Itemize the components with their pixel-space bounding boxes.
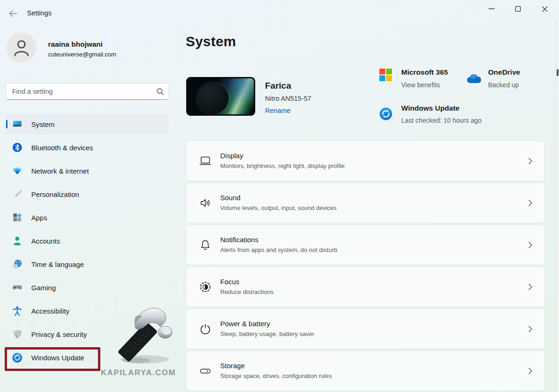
storage-icon [199, 365, 211, 377]
chevron-right-icon [528, 325, 532, 332]
microsoft-365-card[interactable] [379, 69, 392, 81]
settings-row-sound[interactable]: Sound Volume levels, output, input, soun… [186, 182, 545, 223]
maximize-button[interactable] [508, 3, 528, 15]
sidebar-item-bluetooth-devices[interactable]: Bluetooth & devices [6, 137, 169, 158]
device-model: Nitro AN515-57 [265, 95, 311, 102]
settings-row-power-battery[interactable]: Power & battery Sleep, battery usage, ba… [186, 308, 545, 349]
windows-update-status-card[interactable] [379, 107, 392, 122]
person-icon [12, 236, 22, 246]
windows-update-icon [379, 107, 392, 120]
device-wallpaper-thumbnail [186, 77, 255, 116]
microsoft-logo [379, 69, 392, 81]
rename-link[interactable]: Rename [265, 107, 291, 114]
sidebar-item-network-internet[interactable]: Network & internet [6, 161, 169, 181]
scrollbar-track[interactable] [556, 20, 559, 392]
power-icon [199, 323, 211, 335]
chevron-right-icon [528, 367, 532, 374]
settings-row-storage[interactable]: Storage Storage space, drives, configura… [186, 350, 545, 391]
bell-icon [199, 239, 211, 251]
chevron-right-icon [528, 199, 532, 206]
close-button[interactable] [534, 3, 555, 15]
windows-update-status-title: Windows Update [401, 104, 460, 112]
onedrive-cloud-icon [465, 73, 483, 84]
search-input[interactable] [12, 88, 156, 95]
speaker-icon [199, 197, 211, 209]
person-outline-icon [14, 39, 29, 56]
bluetooth-icon [12, 142, 22, 153]
chevron-right-icon [528, 283, 532, 290]
hammer-watermark-image [108, 303, 178, 371]
profile-name: raaina bhojwani [48, 40, 103, 49]
gamepad-icon [12, 282, 22, 293]
chevron-right-icon [528, 157, 532, 164]
sidebar-item-gaming[interactable]: Gaming [6, 277, 169, 298]
sidebar-item-time-language[interactable]: Time & language [6, 254, 169, 274]
accessibility-icon [12, 306, 22, 316]
user-avatar[interactable] [7, 33, 36, 63]
page-title: System [186, 34, 236, 49]
settings-row-focus[interactable]: Focus Reduce distractions [186, 266, 545, 307]
minimize-button[interactable] [481, 3, 502, 15]
sidebar-item-personalization[interactable]: Personalization [6, 184, 169, 204]
onedrive-subtitle: Backed up [488, 81, 519, 89]
paintbrush-icon [12, 189, 22, 199]
globe-clock-icon [12, 259, 22, 269]
selected-accent-bar [6, 120, 7, 128]
onedrive-title: OneDrive [488, 68, 520, 77]
sidebar-item-apps[interactable]: Apps [6, 207, 169, 228]
window-title: Settings [27, 9, 51, 17]
planet-image [198, 83, 229, 114]
wifi-icon [12, 166, 22, 176]
apps-grid-icon [12, 212, 22, 223]
search-box[interactable] [6, 83, 169, 100]
focus-icon [199, 281, 211, 293]
search-icon [156, 88, 164, 95]
onedrive-card[interactable] [465, 73, 483, 86]
windows-update-icon [12, 352, 22, 363]
shield-icon [12, 329, 22, 339]
scrollbar-thumb[interactable] [557, 69, 559, 76]
windows-update-status-subtitle: Last checked: 10 hours ago [401, 117, 482, 124]
settings-row-notifications[interactable]: Notifications Alerts from apps and syste… [186, 224, 545, 265]
display-icon [199, 155, 211, 167]
watermark-text: KAPILARYA.COM [101, 368, 176, 378]
back-button[interactable] [7, 8, 20, 19]
sidebar-item-accounts[interactable]: Accounts [6, 231, 169, 251]
sidebar-item-system[interactable]: System [6, 114, 169, 134]
device-name: Farica [265, 81, 291, 91]
profile-email: cuteuniverse@gmail.com [48, 51, 116, 58]
microsoft-365-title: Microsoft 365 [401, 68, 448, 77]
settings-row-display[interactable]: Display Monitors, brightness, night ligh… [186, 140, 545, 181]
microsoft-365-subtitle[interactable]: View benefits [401, 81, 440, 89]
system-laptop-icon [12, 119, 22, 129]
chevron-right-icon [528, 241, 532, 248]
